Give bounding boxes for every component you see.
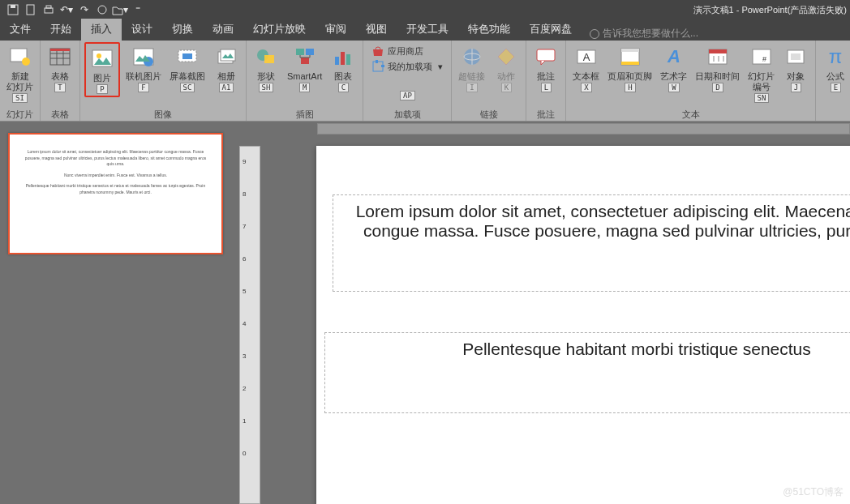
qat-save[interactable] <box>5 2 21 18</box>
ruler-tick: 2 <box>243 385 246 392</box>
comment-button[interactable]: 批注 L <box>530 42 562 94</box>
album-icon <box>213 44 239 70</box>
qat-more[interactable]: ⁼ <box>130 2 146 18</box>
qat-print[interactable] <box>41 2 57 18</box>
group-comments: 批注 L 批注 <box>526 41 566 121</box>
tab-baidu[interactable]: 百度网盘 <box>520 19 582 41</box>
screenshot-button[interactable]: 屏幕截图 SC <box>166 42 208 94</box>
table-icon <box>47 44 73 70</box>
qat-touch[interactable] <box>94 2 110 18</box>
tab-review[interactable]: 审阅 <box>316 19 356 41</box>
header-footer-icon <box>617 44 643 70</box>
tab-file[interactable]: 文件 <box>0 19 41 41</box>
ruler-tick: 0 <box>243 450 246 457</box>
date-time-icon <box>705 44 731 70</box>
ribbon-tabs: 文件 开始 插入 设计 切换 动画 幻灯片放映 审阅 视图 开发工具 特色功能 … <box>0 19 850 41</box>
textbox-button[interactable]: A 文本框 X <box>569 42 603 94</box>
ruler-tick: 4 <box>243 320 246 327</box>
qat-new[interactable] <box>23 2 39 18</box>
slide-canvas-area[interactable]: Lorem ipsum dolor sit amet, consectetuer… <box>316 146 850 504</box>
svg-rect-23 <box>264 55 274 63</box>
picture-button[interactable]: 图片 P <box>84 42 120 97</box>
ruler-tick: 9 <box>243 158 246 165</box>
svg-rect-41 <box>621 49 639 52</box>
tab-slideshow[interactable]: 幻灯片放映 <box>243 19 316 41</box>
date-time-button[interactable]: 日期和时间 D <box>692 42 743 94</box>
tab-animations[interactable]: 动画 <box>203 19 243 41</box>
qat-open[interactable]: ▾ <box>112 2 128 18</box>
wordart-button[interactable]: A 艺术字 W <box>657 42 690 94</box>
svg-rect-32 <box>381 65 384 67</box>
online-picture-button[interactable]: 联机图片 F <box>122 42 165 94</box>
svg-rect-21 <box>221 49 235 61</box>
hyperlink-icon <box>459 44 485 70</box>
picture-icon <box>89 45 115 71</box>
tab-transitions[interactable]: 切换 <box>162 19 203 41</box>
tab-insert[interactable]: 插入 <box>81 19 122 41</box>
svg-point-15 <box>97 53 101 58</box>
quick-access-toolbar: ↶▾ ↷ ▾ ⁼ <box>0 2 146 18</box>
app-store-button[interactable]: 应用商店 <box>368 44 446 58</box>
svg-rect-26 <box>301 58 309 64</box>
slide-number-button[interactable]: # 幻灯片 编号 SN <box>745 42 778 105</box>
shapes-button[interactable]: 形状 SH <box>250 42 282 94</box>
bulb-icon <box>590 29 599 39</box>
tab-view[interactable]: 视图 <box>356 19 397 41</box>
svg-rect-28 <box>341 52 345 65</box>
group-slides: 新建 幻灯片 SI 幻灯片 <box>0 41 41 121</box>
slide-canvas[interactable]: Lorem ipsum dolor sit amet, consectetuer… <box>316 146 850 504</box>
svg-rect-19 <box>182 53 192 59</box>
new-slide-button[interactable]: 新建 幻灯片 SI <box>3 42 36 105</box>
svg-text:A: A <box>583 51 590 63</box>
svg-text:π: π <box>829 45 843 67</box>
slide-editor: 9876543210 Lorem ipsum dolor sit amet, c… <box>239 122 850 504</box>
ruler-tick: 5 <box>243 288 246 295</box>
svg-rect-29 <box>346 54 350 65</box>
group-illustrations: 形状 SH SmartArt M 图表 C 插图 <box>247 41 363 121</box>
svg-rect-13 <box>50 49 70 51</box>
svg-text:A: A <box>667 46 680 66</box>
smartart-button[interactable]: SmartArt M <box>284 42 325 94</box>
tab-features[interactable]: 特色功能 <box>458 19 520 41</box>
tab-design[interactable]: 设计 <box>122 19 162 41</box>
chart-button[interactable]: 图表 C <box>327 42 359 94</box>
svg-point-7 <box>22 58 30 66</box>
group-text: A 文本框 X 页眉和页脚 H A 艺术字 W 日期和时间 D # 幻灯片 <box>566 41 816 121</box>
slide-thumbnail-1[interactable]: Lorem ipsum dolor sit amet, consectetuer… <box>8 133 223 254</box>
tab-developer[interactable]: 开发工具 <box>397 19 458 41</box>
svg-text:#: # <box>762 55 766 63</box>
svg-rect-52 <box>791 53 801 60</box>
chart-icon <box>330 44 356 70</box>
object-button[interactable]: 对象 J <box>779 42 812 94</box>
svg-rect-4 <box>46 6 51 8</box>
tab-home[interactable]: 开始 <box>41 19 81 41</box>
slide-number-icon: # <box>749 44 775 70</box>
hyperlink-button: 超链接 I <box>455 42 488 94</box>
new-slide-icon <box>7 44 33 70</box>
qat-redo[interactable]: ↷ <box>76 2 92 18</box>
thumbnail-pane[interactable]: Lorem ipsum dolor sit amet, consectetuer… <box>0 122 239 504</box>
comment-icon <box>533 44 559 70</box>
ruler-tick: 6 <box>243 255 246 263</box>
header-footer-button[interactable]: 页眉和页脚 H <box>604 42 655 94</box>
horizontal-ruler <box>260 122 850 136</box>
shapes-icon <box>253 44 279 70</box>
title-bar: ↶▾ ↷ ▾ ⁼ 演示文稿1 - PowerPoint(产品激活失败) <box>0 0 850 19</box>
text-placeholder-1[interactable]: Lorem ipsum dolor sit amet, consectetuer… <box>333 194 850 292</box>
album-button[interactable]: 相册 A1 <box>210 42 243 94</box>
ribbon: 新建 幻灯片 SI 幻灯片 表格 T 表格 图片 P 联机图片 <box>0 41 850 122</box>
store-icon <box>371 45 384 58</box>
watermark: @51CTO博客 <box>783 485 844 499</box>
qat-undo[interactable]: ↶▾ <box>58 2 75 18</box>
my-addins-button[interactable]: 我的加载项 ▾ <box>368 59 446 74</box>
tell-me-search[interactable]: 告诉我您想要做什么... <box>590 27 698 41</box>
ruler-tick: 1 <box>243 417 246 425</box>
equation-button[interactable]: π 公式 E <box>819 42 850 94</box>
online-picture-icon <box>131 44 157 70</box>
wordart-icon: A <box>661 44 687 70</box>
vertical-ruler: 9876543210 <box>239 136 260 504</box>
table-button[interactable]: 表格 T <box>44 42 76 94</box>
text-placeholder-2[interactable]: Pellentesque habitant morbi tristique se… <box>324 332 850 413</box>
textbox-icon: A <box>573 44 599 70</box>
svg-rect-37 <box>537 49 555 61</box>
